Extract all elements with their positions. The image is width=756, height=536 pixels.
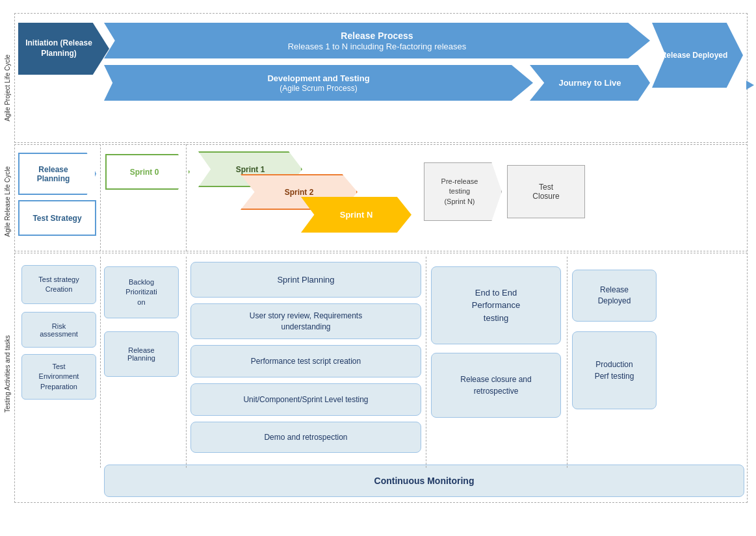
development-shape: Development and Testing(Agile Scrum Proc… bbox=[104, 65, 533, 101]
journey-shape: Journey to Live bbox=[530, 65, 650, 101]
sprint0-label: Sprint 0 bbox=[130, 168, 159, 177]
demo-retro-box: Demo and retrospection bbox=[190, 422, 421, 453]
test-closure-shape: TestClosure bbox=[507, 165, 585, 218]
user-story-box: User story review, Requirementsunderstan… bbox=[190, 303, 421, 339]
risk-assessment-box: Riskassessment bbox=[21, 312, 96, 348]
row2-label: Agile Release Life Cycle bbox=[1, 149, 13, 253]
box-user-story: User story review, Requirementsunderstan… bbox=[250, 311, 362, 333]
box-release-closure: Release closure andretrospective bbox=[460, 374, 531, 397]
vdiv-r2-2 bbox=[186, 144, 187, 251]
test-strategy-creation-box: Test strategyCreation bbox=[21, 265, 96, 304]
vdiv-r2-1 bbox=[100, 144, 101, 251]
test-env-prep-box: TestEnvironmentPreparation bbox=[21, 354, 96, 400]
vdiv1 bbox=[100, 257, 101, 468]
test-closure-label: TestClosure bbox=[532, 183, 559, 201]
pre-release-shape: Pre-releasetesting(Sprint N) bbox=[424, 162, 502, 221]
sprint1-label: Sprint 1 bbox=[236, 165, 265, 174]
test-strategy-label: Test Strategy bbox=[33, 214, 81, 223]
release-process-label: Release ProcessReleases 1 to N including… bbox=[288, 31, 467, 51]
release-process-shape: Release ProcessReleases 1 to N including… bbox=[104, 23, 650, 58]
box-demo-retro: Demo and retrospection bbox=[264, 433, 347, 442]
vdiv3 bbox=[426, 257, 426, 468]
pre-release-label: Pre-releasetesting(Sprint N) bbox=[441, 177, 478, 207]
journey-label: Journey to Live bbox=[558, 78, 621, 88]
row3-label: Testing Activities and tasks bbox=[1, 257, 13, 491]
release-deployed-top-label: Release Deployed bbox=[661, 51, 728, 60]
e2e-perf-box: End to EndPerformancetesting bbox=[431, 266, 561, 344]
box-unit-component: Unit/Component/Sprint Level testing bbox=[243, 395, 368, 404]
vdiv2 bbox=[186, 257, 187, 468]
backlog-box: BacklogPrioritization bbox=[104, 266, 179, 318]
sprint0-shape: Sprint 0 bbox=[105, 154, 190, 190]
sprintN-shape: Sprint N bbox=[301, 197, 411, 233]
row1-label: Agile Project Life Cycle bbox=[1, 26, 13, 149]
box-sprint-planning: Sprint Planning bbox=[277, 275, 334, 285]
release-planning-shape: ReleasePlanning bbox=[18, 153, 96, 195]
initiation-shape: Initiation (Release Planning) bbox=[18, 23, 109, 75]
box-risk-assessment: Riskassessment bbox=[40, 322, 78, 338]
release-deployed-box: ReleaseDeployed bbox=[572, 270, 657, 322]
release-planning-box: ReleasePlanning bbox=[104, 331, 179, 377]
sprintN-label: Sprint N bbox=[340, 210, 373, 220]
continuous-monitoring-bar: Continuous Monitoring bbox=[104, 465, 744, 497]
box-backlog: BacklogPrioritization bbox=[125, 277, 157, 307]
prod-perf-box: ProductionPerf testing bbox=[572, 331, 657, 409]
release-deployed-top-shape: Release Deployed bbox=[652, 23, 743, 88]
box-perf-script: Performance test script creation bbox=[251, 357, 361, 366]
release-planning-label2: ReleasePlanning bbox=[37, 165, 78, 183]
box-e2e-perf: End to EndPerformancetesting bbox=[472, 287, 520, 325]
box-test-env: TestEnvironmentPreparation bbox=[39, 362, 79, 392]
box-release-deployed: ReleaseDeployed bbox=[598, 285, 631, 307]
initiation-label: Initiation (Release Planning) bbox=[18, 38, 99, 58]
sprint2-label: Sprint 2 bbox=[285, 188, 314, 197]
box-prod-perf: ProductionPerf testing bbox=[595, 359, 634, 382]
box-release-planning: ReleasePlanning bbox=[127, 346, 155, 362]
test-strategy-shape: Test Strategy bbox=[18, 200, 96, 236]
perf-script-box: Performance test script creation bbox=[190, 345, 421, 377]
box-test-strategy-creation: Test strategyCreation bbox=[38, 275, 79, 295]
release-closure-box: Release closure andretrospective bbox=[431, 353, 561, 418]
row1-arrow bbox=[746, 81, 754, 90]
continuous-monitoring-label: Continuous Monitoring bbox=[374, 476, 475, 486]
development-label: Development and Testing(Agile Scrum Proc… bbox=[267, 73, 369, 93]
sprint-planning-box: Sprint Planning bbox=[190, 262, 421, 298]
unit-component-box: Unit/Component/Sprint Level testing bbox=[190, 383, 421, 416]
vdiv4 bbox=[567, 257, 567, 468]
diagram-container: Agile Project Life Cycle Agile Release L… bbox=[0, 0, 756, 536]
